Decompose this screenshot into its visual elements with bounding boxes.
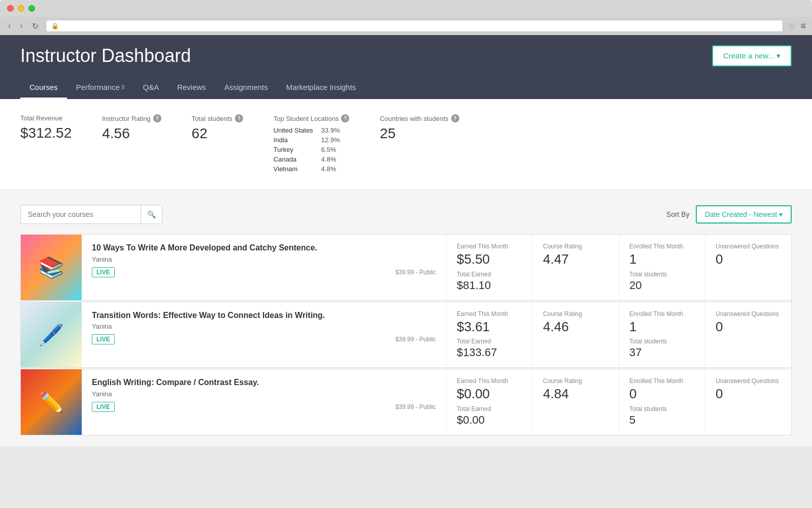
- unanswered-stat-col: Unanswered Questions 0: [705, 235, 791, 300]
- tab-qa[interactable]: Q&A: [134, 77, 168, 99]
- locations-help-icon[interactable]: ?: [341, 114, 349, 122]
- earned-stat-col: Earned This Month $0.00 Total Earned $0.…: [446, 369, 532, 435]
- rating-stat-col: Course Rating 4.46: [532, 302, 619, 368]
- live-badge: LIVE: [92, 267, 115, 277]
- earned-month-value: $0.00: [457, 387, 522, 401]
- earned-stat-col: Earned This Month $5.50 Total Earned $81…: [446, 235, 532, 300]
- course-author: Yanina: [92, 390, 436, 398]
- enrolled-month-value: 1: [629, 252, 695, 267]
- thumb-icon: 🖊️: [39, 323, 64, 346]
- students-help-icon[interactable]: ?: [235, 114, 243, 122]
- unanswered-label: Unanswered Questions: [716, 243, 781, 250]
- forward-button[interactable]: ›: [18, 20, 24, 31]
- course-info: English Writing: Compare / Contrast Essa…: [82, 369, 446, 435]
- enrolled-stat-col: Enrolled This Month 0 Total students 5: [619, 369, 705, 435]
- unanswered-value: 0: [716, 252, 781, 267]
- revenue-label: Total Revenue: [20, 114, 72, 122]
- browser-window: ‹ › ↻ 🔒 ☆ ≡: [0, 0, 812, 35]
- location-row: United States33.9%: [274, 125, 348, 135]
- total-students-label: Total students: [629, 405, 695, 412]
- tab-reviews[interactable]: Reviews: [168, 77, 215, 99]
- earned-month-value: $3.61: [457, 320, 522, 334]
- countries-label: Countries with students ?: [380, 114, 459, 122]
- course-author: Yanina: [92, 256, 436, 263]
- students-label: Total students ?: [192, 114, 243, 122]
- address-bar[interactable]: 🔒: [46, 20, 784, 32]
- enrolled-stat-col: Enrolled This Month 1 Total students 20: [619, 235, 705, 300]
- location-pct: 4.8%: [321, 164, 348, 174]
- search-button[interactable]: 🔍: [141, 205, 162, 224]
- courses-section: 🔍 Sort By Date Created - Newest ▾: [0, 189, 812, 234]
- menu-button[interactable]: ≡: [800, 21, 806, 31]
- page-title: Instructor Dashboard: [20, 45, 191, 67]
- total-students-label: Total students: [629, 338, 695, 345]
- revenue-value: $312.52: [20, 125, 72, 141]
- course-rating-label: Course Rating: [543, 310, 608, 318]
- total-earned-label: Total Earned: [457, 338, 522, 345]
- rating-label: Instructor Rating ?: [102, 114, 161, 122]
- refresh-button[interactable]: ↻: [30, 20, 41, 32]
- tab-assignments[interactable]: Assignments: [215, 77, 277, 99]
- total-earned-label: Total Earned: [457, 405, 522, 412]
- location-row: India12.9%: [274, 135, 348, 145]
- tab-marketplace-insights[interactable]: Marketplace Insights: [277, 77, 365, 99]
- countries-stat: Countries with students ? 25: [380, 114, 459, 142]
- total-students-value: 37: [629, 346, 695, 359]
- unanswered-value: 0: [716, 387, 781, 401]
- course-rating-value: 4.84: [543, 387, 608, 401]
- browser-titlebar: [0, 0, 812, 17]
- search-input[interactable]: [21, 205, 141, 224]
- total-earned-value: $133.67: [457, 346, 522, 359]
- location-pct: 4.8%: [321, 154, 348, 164]
- bookmark-button[interactable]: ☆: [788, 21, 795, 31]
- course-card: 🖊️ Transition Words: Effective Way to Co…: [20, 302, 792, 368]
- course-info: Transition Words: Effective Way to Conne…: [82, 302, 446, 368]
- tab-performance[interactable]: Performance β: [67, 77, 134, 99]
- thumb-icon: ✏️: [39, 390, 64, 414]
- location-pct: 12.9%: [321, 135, 348, 145]
- rating-stat: Instructor Rating ? 4.56: [102, 114, 161, 142]
- course-status-row: LIVE $39.99 - Public: [92, 334, 436, 344]
- minimize-button[interactable]: [18, 5, 24, 12]
- enrolled-month-label: Enrolled This Month: [629, 310, 695, 318]
- tab-courses[interactable]: Courses: [20, 77, 67, 99]
- course-list: 📚 10 Ways To Write A More Developed and …: [0, 234, 812, 447]
- locations-table: United States33.9%India12.9%Turkey6.5%Ca…: [274, 125, 348, 174]
- sort-wrapper: Sort By Date Created - Newest ▾: [666, 205, 792, 224]
- countries-help-icon[interactable]: ?: [451, 114, 459, 122]
- location-country: Vietnam: [274, 164, 321, 174]
- back-button[interactable]: ‹: [6, 20, 13, 31]
- location-row: Turkey6.5%: [274, 145, 348, 154]
- unanswered-label: Unanswered Questions: [716, 310, 781, 318]
- course-info: 10 Ways To Write A More Developed and Ca…: [82, 235, 446, 300]
- unanswered-value: 0: [716, 320, 781, 334]
- course-rating-value: 4.46: [543, 320, 608, 334]
- revenue-stat: Total Revenue $312.52: [20, 114, 72, 141]
- lock-icon: 🔒: [51, 22, 59, 29]
- course-status-row: LIVE $39.99 - Public: [92, 267, 436, 277]
- dashboard-header: Instructor Dashboard Create a new... ▾ C…: [0, 35, 812, 99]
- course-price: $39.99 - Public: [395, 336, 436, 343]
- unanswered-stat-col: Unanswered Questions 0: [705, 302, 791, 368]
- rating-help-icon[interactable]: ?: [153, 114, 161, 122]
- create-new-button[interactable]: Create a new... ▾: [712, 45, 792, 67]
- beta-badge: β: [122, 84, 125, 90]
- course-price: $39.99 - Public: [395, 269, 436, 276]
- enrolled-month-value: 0: [629, 387, 695, 401]
- rating-stat-col: Course Rating 4.47: [532, 235, 619, 300]
- course-price: $39.99 - Public: [395, 403, 436, 410]
- students-stat: Total students ? 62: [192, 114, 243, 142]
- maximize-button[interactable]: [28, 5, 35, 12]
- close-button[interactable]: [7, 5, 14, 12]
- total-earned-value: $0.00: [457, 414, 522, 427]
- course-card: ✏️ English Writing: Compare / Contrast E…: [20, 369, 792, 435]
- location-country: Turkey: [274, 145, 321, 154]
- students-value: 62: [192, 125, 243, 142]
- course-title: Transition Words: Effective Way to Conne…: [92, 310, 436, 321]
- sort-button[interactable]: Date Created - Newest ▾: [696, 205, 792, 224]
- location-pct: 33.9%: [321, 125, 348, 135]
- app-container: Instructor Dashboard Create a new... ▾ C…: [0, 35, 812, 447]
- rating-value: 4.56: [102, 125, 161, 142]
- location-pct: 6.5%: [321, 145, 348, 154]
- live-badge: LIVE: [92, 334, 115, 344]
